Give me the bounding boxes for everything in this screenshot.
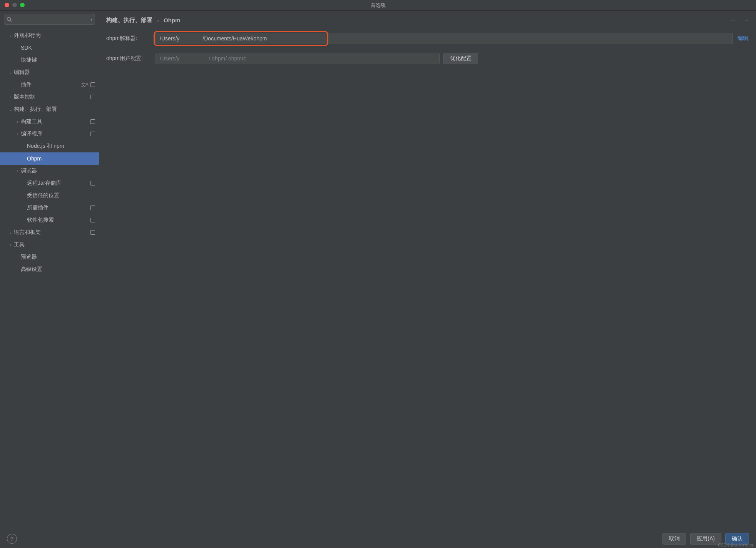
svg-line-1: [10, 20, 12, 22]
sidebar-item-label: 预览器: [21, 254, 95, 261]
interpreter-edit-link[interactable]: 编辑: [737, 35, 749, 42]
chevron-right-icon[interactable]: ›: [8, 33, 14, 38]
help-button[interactable]: ?: [7, 534, 17, 544]
sidebar-item-label: Node.js 和 npm: [27, 143, 95, 150]
chevron-right-icon[interactable]: ›: [15, 132, 21, 136]
row-ohpm-interpreter: ohpm解释器: /Users/y /Documents/HuaWei/ohpm…: [106, 33, 749, 44]
chevron-down-icon[interactable]: ▾: [90, 17, 92, 22]
sidebar-item-badges: [90, 95, 95, 99]
user-config-label: ohpm用户配置:: [106, 55, 152, 62]
window-body: ▾ ›外观和行为SDK快捷键›编辑器插件文A›版本控制⌄构建、执行、部署›构建工…: [0, 11, 756, 529]
sidebar-item-label: 远程Jar存储库: [27, 180, 90, 187]
sidebar: ▾ ›外观和行为SDK快捷键›编辑器插件文A›版本控制⌄构建、执行、部署›构建工…: [0, 11, 99, 529]
sidebar-item[interactable]: 远程Jar存储库: [0, 177, 99, 189]
window-title: 首选项: [371, 2, 386, 9]
project-scope-icon: [90, 82, 95, 87]
optimize-config-button[interactable]: 优化配置: [443, 53, 478, 64]
chevron-right-icon[interactable]: ›: [8, 231, 14, 235]
sidebar-item-label: 编辑器: [14, 69, 95, 76]
sidebar-item-label: 所需插件: [27, 204, 90, 211]
sidebar-item[interactable]: Ohpm: [0, 152, 99, 165]
search-input[interactable]: ▾: [4, 14, 95, 25]
sidebar-item[interactable]: 所需插件: [0, 202, 99, 214]
sidebar-item-label: 编译程序: [21, 130, 90, 137]
sidebar-item[interactable]: ›构建工具: [0, 115, 99, 128]
sidebar-item[interactable]: 快捷键: [0, 54, 99, 66]
sidebar-item-badges: [90, 119, 95, 124]
breadcrumb-nav: ← →: [730, 16, 749, 24]
user-config-field[interactable]: /Users/y /.ohpm/.ohpmrc: [156, 53, 440, 64]
user-config-suffix: /.ohpm/.ohpmrc: [209, 55, 246, 62]
watermark: CSDN @yabinYang: [718, 543, 753, 547]
interpreter-label: ohpm解释器:: [106, 35, 152, 42]
sidebar-item[interactable]: SDK: [0, 42, 99, 54]
sidebar-item[interactable]: ⌄构建、执行、部署: [0, 103, 99, 115]
sidebar-item-badges: 文A: [81, 82, 95, 88]
project-scope-icon: [90, 206, 95, 210]
settings-tree: ›外观和行为SDK快捷键›编辑器插件文A›版本控制⌄构建、执行、部署›构建工具›…: [0, 28, 99, 529]
interpreter-prefix: /Users/y: [160, 35, 179, 42]
sidebar-item[interactable]: 预览器: [0, 251, 99, 263]
sidebar-item[interactable]: ›外观和行为: [0, 29, 99, 42]
chevron-right-icon: ›: [157, 17, 159, 23]
redacted-segment: [180, 56, 208, 61]
chevron-right-icon[interactable]: ›: [8, 95, 14, 99]
breadcrumb-leaf: Ohpm: [164, 17, 180, 23]
sidebar-item[interactable]: 软件包搜索: [0, 214, 99, 226]
titlebar: 首选项: [0, 0, 756, 11]
project-scope-icon: [90, 95, 95, 99]
search-icon: [7, 17, 12, 22]
search-wrap: ▾: [0, 14, 99, 28]
sidebar-item-label: 插件: [21, 81, 81, 88]
sidebar-item-label: 工具: [14, 241, 95, 248]
sidebar-item-label: SDK: [21, 45, 95, 51]
sidebar-item-badges: [90, 218, 95, 222]
sidebar-item-label: 版本控制: [14, 94, 90, 100]
forward-icon[interactable]: →: [742, 16, 749, 24]
ok-button[interactable]: 确认: [725, 533, 749, 545]
project-scope-icon: [90, 181, 95, 185]
sidebar-item-label: 高级设置: [21, 266, 95, 273]
sidebar-item-label: 外观和行为: [14, 32, 95, 39]
maximize-icon[interactable]: [20, 3, 25, 7]
chevron-down-icon[interactable]: ⌄: [8, 107, 14, 112]
sidebar-item[interactable]: Node.js 和 npm: [0, 140, 99, 152]
interpreter-field[interactable]: /Users/y /Documents/HuaWei/ohpm: [156, 33, 733, 44]
sidebar-item[interactable]: ›调试器: [0, 165, 99, 177]
svg-point-0: [7, 17, 11, 21]
project-scope-icon: [90, 132, 95, 136]
sidebar-item[interactable]: ›工具: [0, 239, 99, 251]
sidebar-item[interactable]: ›语言和框架: [0, 226, 99, 239]
breadcrumb: 构建、执行、部署 › Ohpm ← →: [106, 16, 749, 24]
sidebar-item[interactable]: 高级设置: [0, 263, 99, 276]
user-config-prefix: /Users/y: [160, 55, 179, 62]
sidebar-item[interactable]: ›编译程序: [0, 128, 99, 140]
chevron-right-icon[interactable]: ›: [15, 120, 21, 124]
sidebar-item-badges: [90, 181, 95, 185]
project-scope-icon: [90, 119, 95, 124]
sidebar-item[interactable]: 受信任的位置: [0, 189, 99, 202]
footer: ? 取消 应用(A) 确认: [0, 529, 756, 548]
close-icon[interactable]: [5, 3, 9, 7]
sidebar-item-label: 软件包搜索: [27, 217, 90, 224]
chevron-right-icon[interactable]: ›: [8, 243, 14, 247]
sidebar-item[interactable]: 插件文A: [0, 79, 99, 91]
sidebar-item-label: 受信任的位置: [27, 192, 95, 199]
sidebar-item-label: 构建、执行、部署: [14, 106, 95, 113]
sidebar-item[interactable]: ›版本控制: [0, 91, 99, 103]
minimize-icon[interactable]: [12, 3, 17, 7]
breadcrumb-root: 构建、执行、部署: [106, 17, 152, 24]
apply-button[interactable]: 应用(A): [690, 533, 721, 545]
cancel-button[interactable]: 取消: [662, 533, 686, 545]
sidebar-item-label: Ohpm: [27, 155, 95, 162]
back-icon[interactable]: ←: [730, 16, 737, 24]
chevron-right-icon[interactable]: ›: [8, 70, 14, 75]
sidebar-item[interactable]: ›编辑器: [0, 66, 99, 79]
row-ohpm-user-config: ohpm用户配置: /Users/y /.ohpm/.ohpmrc 优化配置: [106, 53, 749, 64]
redacted-segment: [180, 36, 202, 41]
chevron-right-icon[interactable]: ›: [15, 169, 21, 173]
sidebar-item-badges: [90, 206, 95, 210]
main-pane: 构建、执行、部署 › Ohpm ← → ohpm解释器: /Users/y /D…: [99, 11, 756, 529]
project-scope-icon: [90, 218, 95, 222]
preferences-window: 首选项 ▾ ›外观和行为SDK快捷键›编辑器插件文A›版本控制⌄构建、执行、部署…: [0, 0, 756, 548]
